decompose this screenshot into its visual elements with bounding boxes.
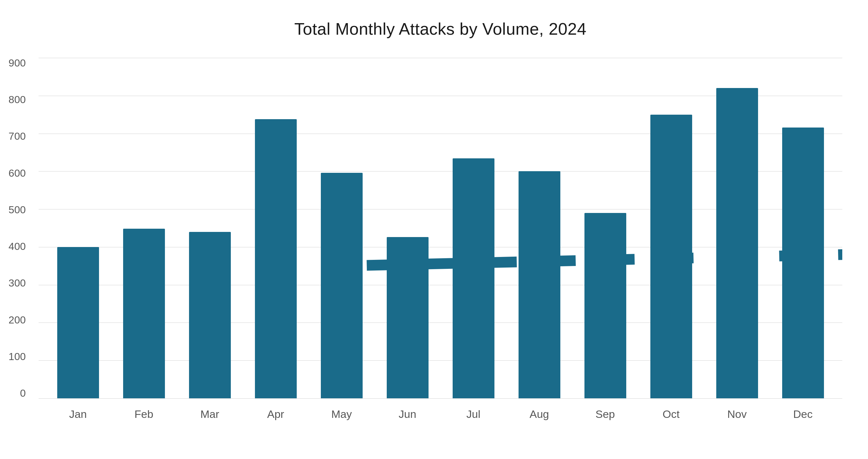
bar-dec	[782, 128, 824, 398]
x-tick-jan: Jan	[45, 408, 111, 421]
x-axis: JanFebMarAprMayJunJulAugSepOctNovDec	[38, 401, 842, 421]
bar-group-jul	[440, 58, 506, 398]
bar-group-sep	[572, 58, 638, 398]
x-tick-dec: Dec	[770, 408, 836, 421]
chart-area: 9008007006005004003002001000 JanFebMarAp…	[38, 58, 842, 421]
bar-aug	[519, 171, 560, 398]
bar-jan	[57, 247, 99, 398]
bar-group-may	[309, 58, 374, 398]
y-tick: 300	[9, 278, 26, 288]
chart-container: Total Monthly Attacks by Volume, 2024 90…	[0, 0, 868, 459]
chart-body: 9008007006005004003002001000	[38, 58, 842, 398]
plot-area	[38, 58, 842, 398]
x-tick-jun: Jun	[374, 408, 440, 421]
bars-container	[38, 58, 842, 398]
grid-line	[38, 398, 842, 399]
x-tick-apr: Apr	[243, 408, 309, 421]
bar-may	[321, 173, 363, 398]
bar-sep	[585, 213, 626, 398]
y-tick: 700	[9, 131, 26, 141]
bar-group-feb	[111, 58, 177, 398]
bar-group-mar	[177, 58, 243, 398]
bar-group-oct	[638, 58, 704, 398]
y-tick: 800	[9, 94, 26, 105]
bar-group-dec	[770, 58, 836, 398]
x-tick-oct: Oct	[638, 408, 704, 421]
y-tick: 900	[9, 58, 26, 68]
y-tick: 0	[20, 388, 26, 398]
x-tick-mar: Mar	[177, 408, 243, 421]
x-tick-sep: Sep	[572, 408, 638, 421]
x-tick-jul: Jul	[440, 408, 506, 421]
bar-group-nov	[704, 58, 770, 398]
bar-group-apr	[243, 58, 309, 398]
bar-nov	[716, 88, 758, 398]
y-tick: 100	[9, 351, 26, 362]
bar-group-jun	[374, 58, 440, 398]
y-axis: 9008007006005004003002001000	[10, 58, 35, 398]
x-tick-feb: Feb	[111, 408, 177, 421]
x-tick-may: May	[309, 408, 374, 421]
bar-apr	[255, 119, 297, 398]
bar-group-aug	[506, 58, 572, 398]
y-tick: 200	[9, 315, 26, 325]
bar-oct	[650, 115, 692, 398]
bar-jun	[387, 237, 429, 398]
y-tick: 500	[9, 205, 26, 215]
y-tick: 400	[9, 241, 26, 252]
bar-feb	[123, 229, 165, 398]
bar-jul	[453, 158, 494, 398]
x-tick-nov: Nov	[704, 408, 770, 421]
chart-title: Total Monthly Attacks by Volume, 2024	[294, 19, 587, 38]
x-tick-aug: Aug	[506, 408, 572, 421]
bar-mar	[189, 232, 231, 398]
bar-group-jan	[45, 58, 111, 398]
y-tick: 600	[9, 168, 26, 178]
